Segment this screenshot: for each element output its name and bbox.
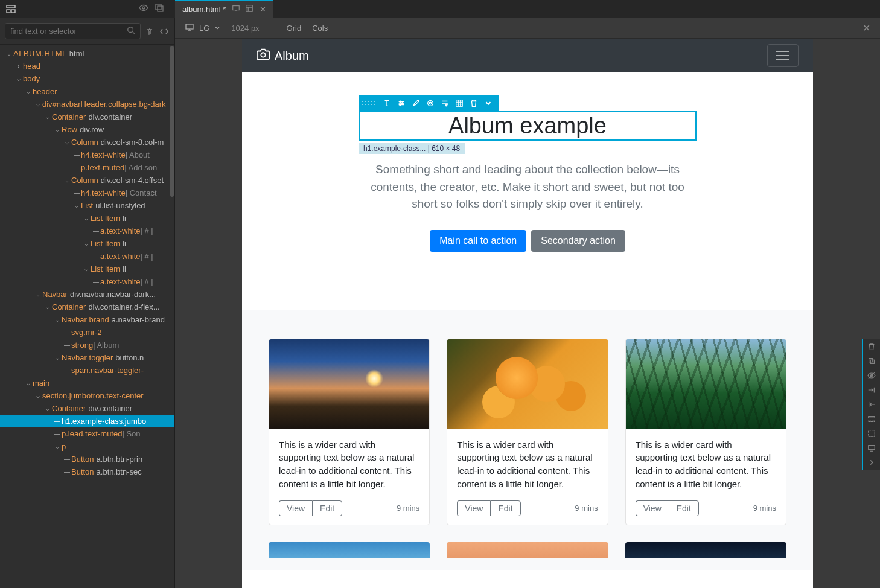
insert-row-icon[interactable] bbox=[863, 412, 880, 426]
selected-element[interactable]: Album example h1.example-class... | 610 … bbox=[359, 111, 697, 141]
eye-icon[interactable] bbox=[139, 3, 148, 15]
tree-node[interactable]: ⌵header bbox=[0, 85, 174, 98]
caret-down-icon[interactable]: ⌵ bbox=[53, 354, 62, 361]
text-tool-icon[interactable] bbox=[380, 97, 394, 110]
search-icon[interactable] bbox=[127, 26, 135, 36]
tree-node[interactable]: ⌵Navbar toggler button.n bbox=[0, 351, 174, 364]
edit-button[interactable]: Edit bbox=[669, 500, 699, 516]
tree-node[interactable]: ›head bbox=[0, 60, 174, 72]
caret-down-icon[interactable]: ⌵ bbox=[82, 240, 91, 247]
tree-node[interactable]: ⌵List ul.list-unstyled bbox=[0, 199, 174, 212]
layout-icon[interactable] bbox=[245, 4, 253, 14]
wrap-tool-icon[interactable] bbox=[438, 97, 451, 110]
grid-toggle[interactable]: Grid bbox=[287, 24, 302, 33]
caret-down-icon[interactable]: ⌵ bbox=[24, 380, 33, 386]
tree-node[interactable]: ⌵section.jumbotron.text-center bbox=[0, 389, 174, 402]
select-all-icon[interactable] bbox=[863, 426, 880, 441]
tree-node[interactable]: ⌵body bbox=[0, 72, 174, 85]
tree-node[interactable]: ⌵List Item li bbox=[0, 212, 174, 225]
caret-right-icon[interactable]: › bbox=[14, 63, 23, 69]
tree-node[interactable]: ⌵ALBUM.HTML html bbox=[0, 47, 174, 60]
dom-tree[interactable]: ⌵ALBUM.HTML html›head⌵body⌵header⌵div#na… bbox=[0, 45, 174, 588]
tree-node[interactable]: —h4.text-white | About bbox=[0, 149, 174, 161]
tree-node[interactable]: —span.navbar-toggler- bbox=[0, 364, 174, 377]
page-preview[interactable]: Album bbox=[242, 39, 813, 588]
tree-node[interactable]: —p.lead.text-muted | Son bbox=[0, 427, 174, 440]
tree-node[interactable]: —a.text-white | # | bbox=[0, 250, 174, 263]
edit-button[interactable]: Edit bbox=[312, 500, 342, 516]
tree-node[interactable]: —Button a.btn.btn-sec bbox=[0, 465, 174, 478]
tree-node[interactable]: ⌵main bbox=[0, 377, 174, 389]
breakpoint-selector[interactable]: LG bbox=[185, 22, 220, 34]
tree-node[interactable]: —h1.example-class.jumbo bbox=[0, 415, 174, 427]
caret-down-icon[interactable]: ⌵ bbox=[63, 177, 71, 184]
filter-icon[interactable] bbox=[144, 26, 155, 37]
card[interactable]: This is a wider card with supporting tex… bbox=[269, 339, 430, 525]
caret-down-icon[interactable]: ⌵ bbox=[72, 202, 81, 209]
tree-node[interactable]: —strong | Album bbox=[0, 339, 174, 351]
tree-node[interactable]: ⌵div#navbarHeader.collapse.bg-dark bbox=[0, 98, 174, 110]
caret-down-icon[interactable]: ⌵ bbox=[43, 113, 52, 120]
close-tab-icon[interactable]: ✕ bbox=[260, 5, 266, 14]
caret-down-icon[interactable]: ⌵ bbox=[53, 443, 62, 450]
navbar-brand[interactable]: Album bbox=[257, 48, 309, 64]
tree-node[interactable]: ⌵Row div.row bbox=[0, 123, 174, 136]
view-button[interactable]: View bbox=[457, 500, 490, 516]
caret-down-icon[interactable]: ⌵ bbox=[43, 304, 52, 310]
tree-node[interactable]: —svg.mr-2 bbox=[0, 326, 174, 339]
search-input[interactable] bbox=[10, 27, 127, 36]
tree-node[interactable]: —Button a.btn.btn-prin bbox=[0, 453, 174, 465]
app-logo-icon[interactable] bbox=[5, 3, 17, 15]
screen-icon[interactable] bbox=[863, 441, 880, 455]
cta-secondary-button[interactable]: Secondary action bbox=[531, 230, 625, 252]
close-canvas-icon[interactable]: ✕ bbox=[862, 22, 870, 34]
caret-down-icon[interactable]: ⌵ bbox=[5, 50, 13, 57]
indent-left-icon[interactable] bbox=[863, 397, 880, 412]
tree-node[interactable]: ⌵Column div.col-sm-8.col-m bbox=[0, 136, 174, 149]
tree-node[interactable]: —a.text-white | # | bbox=[0, 275, 174, 288]
caret-down-icon[interactable]: ⌵ bbox=[53, 316, 62, 323]
caret-down-icon[interactable]: ⌵ bbox=[82, 266, 91, 272]
view-button[interactable]: View bbox=[279, 500, 312, 516]
more-icon[interactable] bbox=[863, 455, 880, 470]
desktop-icon[interactable] bbox=[232, 4, 240, 14]
tree-node[interactable]: ⌵Column div.col-sm-4.offset bbox=[0, 174, 174, 187]
caret-down-icon[interactable]: ⌵ bbox=[63, 139, 71, 145]
grid-tool-icon[interactable] bbox=[453, 97, 466, 110]
caret-down-icon[interactable]: ⌵ bbox=[34, 291, 42, 298]
tree-node[interactable]: ⌵List Item li bbox=[0, 237, 174, 250]
caret-down-icon[interactable]: ⌵ bbox=[34, 392, 42, 399]
chevron-down-tool-icon[interactable] bbox=[482, 97, 495, 110]
caret-down-icon[interactable]: ⌵ bbox=[53, 126, 62, 133]
view-button[interactable]: View bbox=[636, 500, 669, 516]
code-icon[interactable] bbox=[159, 26, 170, 37]
tree-node[interactable]: ⌵Navbar brand a.navbar-brand bbox=[0, 313, 174, 326]
panels-icon[interactable] bbox=[155, 3, 164, 15]
drag-handle-icon[interactable] bbox=[362, 95, 379, 111]
tree-node[interactable]: ⌵Container div.container bbox=[0, 110, 174, 123]
caret-down-icon[interactable]: ⌵ bbox=[24, 88, 33, 95]
hide-icon[interactable] bbox=[863, 368, 880, 383]
trash-icon[interactable] bbox=[863, 339, 880, 354]
duplicate-icon[interactable] bbox=[863, 354, 880, 368]
caret-down-icon[interactable]: ⌵ bbox=[34, 101, 42, 107]
card[interactable]: This is a wider card with supporting tex… bbox=[447, 339, 608, 525]
tree-node[interactable]: —p.text-muted | Add son bbox=[0, 161, 174, 174]
tree-node[interactable]: ⌵List Item li bbox=[0, 263, 174, 275]
tree-node[interactable]: ⌵Container div.container bbox=[0, 402, 174, 415]
target-tool-icon[interactable] bbox=[424, 97, 437, 110]
tree-node[interactable]: —h4.text-white | Contact bbox=[0, 187, 174, 199]
cta-primary-button[interactable]: Main call to action bbox=[430, 230, 526, 252]
caret-down-icon[interactable]: ⌵ bbox=[43, 405, 52, 412]
navbar-toggler[interactable] bbox=[767, 44, 799, 67]
settings-tool-icon[interactable] bbox=[395, 97, 408, 110]
edit-button[interactable]: Edit bbox=[490, 500, 520, 516]
jumbo-heading[interactable]: Album example bbox=[359, 111, 697, 141]
tree-node[interactable]: —a.text-white | # | bbox=[0, 225, 174, 237]
file-tab[interactable]: album.html * ✕ bbox=[175, 0, 273, 18]
caret-down-icon[interactable]: ⌵ bbox=[14, 75, 23, 82]
caret-down-icon[interactable]: ⌵ bbox=[82, 215, 91, 222]
tree-scrollbar[interactable] bbox=[170, 45, 174, 588]
search-box[interactable] bbox=[5, 23, 141, 39]
jumbo-lead[interactable]: Something short and leading about the co… bbox=[359, 161, 697, 213]
